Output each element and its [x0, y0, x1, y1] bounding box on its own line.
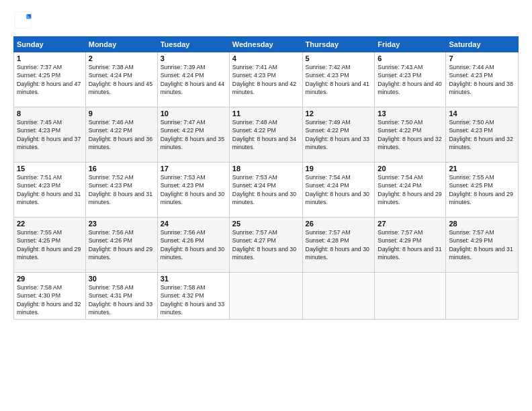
weekday-header-tuesday: Tuesday	[157, 37, 229, 52]
calendar-cell: 5Sunrise: 7:42 AMSunset: 4:23 PMDaylight…	[302, 52, 375, 107]
calendar-cell: 11Sunrise: 7:48 AMSunset: 4:22 PMDayligh…	[229, 107, 302, 163]
day-info: Sunrise: 7:55 AMSunset: 4:25 PMDaylight:…	[17, 229, 81, 261]
day-number: 31	[161, 275, 226, 283]
day-info: Sunrise: 7:38 AMSunset: 4:24 PMDaylight:…	[89, 64, 152, 95]
weekday-header-friday: Friday	[375, 37, 446, 52]
day-number: 10	[161, 109, 226, 118]
page: SundayMondayTuesdayWednesdayThursdayFrid…	[0, 0, 532, 411]
day-number: 1	[17, 54, 83, 62]
day-number: 27	[378, 220, 443, 228]
day-number: 18	[232, 165, 300, 173]
calendar-cell: 21Sunrise: 7:55 AMSunset: 4:25 PMDayligh…	[446, 163, 519, 218]
calendar-cell: 1Sunrise: 7:37 AMSunset: 4:25 PMDaylight…	[14, 52, 86, 107]
calendar-cell: 12Sunrise: 7:49 AMSunset: 4:22 PMDayligh…	[302, 107, 375, 163]
weekday-header-wednesday: Wednesday	[229, 37, 302, 52]
calendar-cell	[229, 273, 302, 320]
week-row-5: 29Sunrise: 7:58 AMSunset: 4:30 PMDayligh…	[14, 273, 519, 320]
day-number: 12	[306, 109, 372, 118]
day-info: Sunrise: 7:57 AMSunset: 4:29 PMDaylight:…	[449, 229, 513, 261]
day-info: Sunrise: 7:58 AMSunset: 4:30 PMDaylight:…	[17, 284, 81, 316]
weekday-header-row: SundayMondayTuesdayWednesdayThursdayFrid…	[14, 37, 519, 52]
header	[13, 11, 519, 30]
day-number: 17	[161, 165, 226, 173]
day-number: 6	[378, 54, 443, 62]
day-number: 7	[449, 54, 515, 62]
day-info: Sunrise: 7:53 AMSunset: 4:23 PMDaylight:…	[161, 174, 224, 205]
calendar-cell: 8Sunrise: 7:45 AMSunset: 4:23 PMDaylight…	[14, 107, 86, 163]
calendar-cell: 24Sunrise: 7:56 AMSunset: 4:26 PMDayligh…	[157, 218, 229, 273]
calendar-cell: 4Sunrise: 7:41 AMSunset: 4:23 PMDaylight…	[229, 52, 302, 107]
day-info: Sunrise: 7:58 AMSunset: 4:31 PMDaylight:…	[89, 284, 152, 316]
day-info: Sunrise: 7:58 AMSunset: 4:32 PMDaylight:…	[161, 284, 224, 316]
day-number: 2	[89, 54, 154, 62]
day-number: 30	[89, 275, 154, 283]
calendar-cell: 19Sunrise: 7:54 AMSunset: 4:24 PMDayligh…	[302, 163, 375, 218]
day-info: Sunrise: 7:45 AMSunset: 4:23 PMDaylight:…	[17, 119, 81, 150]
day-info: Sunrise: 7:48 AMSunset: 4:22 PMDaylight:…	[232, 119, 296, 150]
calendar-cell: 9Sunrise: 7:46 AMSunset: 4:22 PMDaylight…	[85, 107, 157, 163]
calendar-cell: 30Sunrise: 7:58 AMSunset: 4:31 PMDayligh…	[85, 273, 157, 320]
day-info: Sunrise: 7:57 AMSunset: 4:27 PMDaylight:…	[232, 229, 296, 261]
calendar-cell: 20Sunrise: 7:54 AMSunset: 4:24 PMDayligh…	[375, 163, 446, 218]
weekday-header-monday: Monday	[85, 37, 157, 52]
day-info: Sunrise: 7:57 AMSunset: 4:28 PMDaylight:…	[306, 229, 369, 261]
day-number: 11	[232, 109, 300, 118]
calendar-cell: 26Sunrise: 7:57 AMSunset: 4:28 PMDayligh…	[302, 218, 375, 273]
day-info: Sunrise: 7:37 AMSunset: 4:25 PMDaylight:…	[17, 64, 81, 95]
week-row-4: 22Sunrise: 7:55 AMSunset: 4:25 PMDayligh…	[14, 218, 519, 273]
calendar-cell: 18Sunrise: 7:53 AMSunset: 4:24 PMDayligh…	[229, 163, 302, 218]
day-number: 4	[232, 54, 300, 62]
day-info: Sunrise: 7:39 AMSunset: 4:24 PMDaylight:…	[161, 64, 224, 95]
day-number: 26	[306, 220, 372, 228]
day-number: 16	[89, 165, 154, 173]
day-info: Sunrise: 7:50 AMSunset: 4:22 PMDaylight:…	[378, 119, 441, 150]
day-number: 8	[17, 109, 83, 118]
day-info: Sunrise: 7:42 AMSunset: 4:23 PMDaylight:…	[306, 64, 369, 95]
logo-icon	[13, 11, 32, 30]
day-info: Sunrise: 7:54 AMSunset: 4:24 PMDaylight:…	[378, 174, 441, 205]
calendar-cell: 17Sunrise: 7:53 AMSunset: 4:23 PMDayligh…	[157, 163, 229, 218]
calendar-cell	[375, 273, 446, 320]
day-number: 3	[161, 54, 226, 62]
calendar-cell	[446, 273, 519, 320]
day-info: Sunrise: 7:54 AMSunset: 4:24 PMDaylight:…	[306, 174, 369, 205]
calendar-cell: 22Sunrise: 7:55 AMSunset: 4:25 PMDayligh…	[14, 218, 86, 273]
calendar-cell: 14Sunrise: 7:50 AMSunset: 4:23 PMDayligh…	[446, 107, 519, 163]
week-row-3: 15Sunrise: 7:51 AMSunset: 4:23 PMDayligh…	[14, 163, 519, 218]
weekday-header-saturday: Saturday	[446, 37, 519, 52]
day-info: Sunrise: 7:50 AMSunset: 4:23 PMDaylight:…	[449, 119, 513, 150]
day-number: 23	[89, 220, 154, 228]
calendar-cell: 10Sunrise: 7:47 AMSunset: 4:22 PMDayligh…	[157, 107, 229, 163]
day-number: 15	[17, 165, 83, 173]
calendar-cell: 2Sunrise: 7:38 AMSunset: 4:24 PMDaylight…	[85, 52, 157, 107]
calendar-cell: 13Sunrise: 7:50 AMSunset: 4:22 PMDayligh…	[375, 107, 446, 163]
day-info: Sunrise: 7:51 AMSunset: 4:23 PMDaylight:…	[17, 174, 81, 205]
weekday-header-sunday: Sunday	[14, 37, 86, 52]
day-number: 5	[306, 54, 372, 62]
week-row-2: 8Sunrise: 7:45 AMSunset: 4:23 PMDaylight…	[14, 107, 519, 163]
day-number: 21	[449, 165, 515, 173]
day-info: Sunrise: 7:52 AMSunset: 4:23 PMDaylight:…	[89, 174, 152, 205]
day-info: Sunrise: 7:47 AMSunset: 4:22 PMDaylight:…	[161, 119, 224, 150]
day-info: Sunrise: 7:46 AMSunset: 4:22 PMDaylight:…	[89, 119, 152, 150]
weekday-header-thursday: Thursday	[302, 37, 375, 52]
day-info: Sunrise: 7:55 AMSunset: 4:25 PMDaylight:…	[449, 174, 513, 205]
day-info: Sunrise: 7:41 AMSunset: 4:23 PMDaylight:…	[232, 64, 296, 95]
calendar-cell: 3Sunrise: 7:39 AMSunset: 4:24 PMDaylight…	[157, 52, 229, 107]
day-number: 29	[17, 275, 83, 283]
day-number: 25	[232, 220, 300, 228]
day-number: 13	[378, 109, 443, 118]
calendar-cell: 15Sunrise: 7:51 AMSunset: 4:23 PMDayligh…	[14, 163, 86, 218]
calendar-cell: 27Sunrise: 7:57 AMSunset: 4:29 PMDayligh…	[375, 218, 446, 273]
day-number: 28	[449, 220, 515, 228]
calendar-cell: 31Sunrise: 7:58 AMSunset: 4:32 PMDayligh…	[157, 273, 229, 320]
day-info: Sunrise: 7:53 AMSunset: 4:24 PMDaylight:…	[232, 174, 296, 205]
day-number: 22	[17, 220, 83, 228]
day-info: Sunrise: 7:44 AMSunset: 4:23 PMDaylight:…	[449, 64, 513, 95]
week-row-1: 1Sunrise: 7:37 AMSunset: 4:25 PMDaylight…	[14, 52, 519, 107]
day-number: 20	[378, 165, 443, 173]
calendar-body: 1Sunrise: 7:37 AMSunset: 4:25 PMDaylight…	[14, 52, 519, 320]
calendar-cell	[302, 273, 375, 320]
calendar-cell: 25Sunrise: 7:57 AMSunset: 4:27 PMDayligh…	[229, 218, 302, 273]
day-number: 9	[89, 109, 154, 118]
